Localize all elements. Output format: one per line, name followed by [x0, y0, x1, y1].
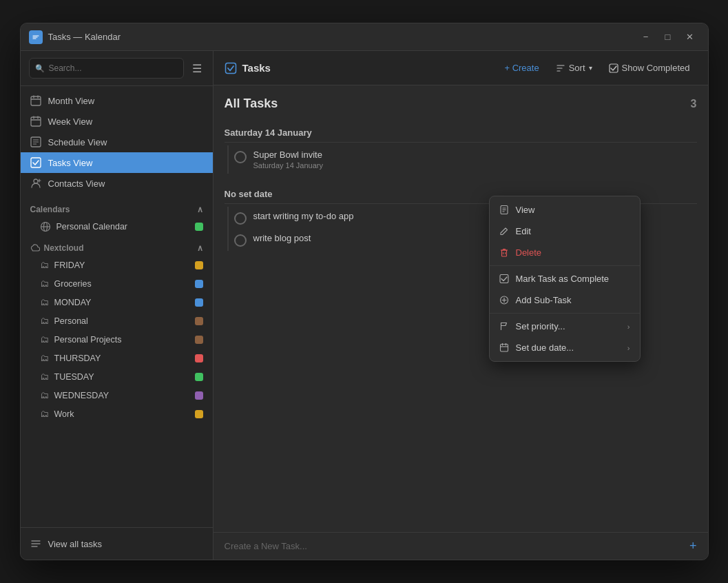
ctx-view-item[interactable]: View — [490, 199, 640, 221]
create-task-placeholder[interactable]: Create a New Task... — [225, 541, 307, 551]
app-icon — [29, 30, 43, 44]
app-window: Tasks — Kalendar − □ ✕ 🔍 ☰ — [20, 23, 709, 560]
sidebar-item-month-view[interactable]: Month View — [21, 90, 213, 111]
personal-projects-label: Personal Projects — [54, 335, 122, 345]
groceries-label: Groceries — [54, 279, 92, 289]
monday-item[interactable]: 🗂 MONDAY — [21, 293, 213, 311]
personal-label: Personal — [54, 316, 88, 326]
ctx-edit-item[interactable]: Edit — [490, 221, 640, 242]
due-date-arrow-icon: › — [627, 344, 630, 352]
add-task-button[interactable]: + — [689, 539, 697, 553]
doc-icon — [499, 205, 509, 214]
create-label: + Create — [504, 63, 539, 73]
groceries-item[interactable]: 🗂 Groceries — [21, 274, 213, 293]
ctx-set-due-date-label: Set due date... — [516, 342, 574, 353]
sidebar-item-week-view[interactable]: Week View — [21, 111, 213, 132]
folder-icon: 🗂 — [40, 316, 49, 326]
sidebar-item-schedule-view[interactable]: Schedule View — [21, 132, 213, 152]
sidebar-footer: View all tasks — [21, 527, 213, 560]
personal-item[interactable]: 🗂 Personal — [21, 311, 213, 330]
ctx-set-due-date-item[interactable]: Set due date... › — [490, 337, 640, 358]
task-content-super-bowl: Super Bowl invite Saturday 14 January — [253, 150, 697, 170]
sidebar-item-label: Schedule View — [48, 137, 107, 147]
ctx-edit-label: Edit — [516, 226, 531, 236]
wednesday-item[interactable]: 🗂 WEDNESDAY — [21, 386, 213, 405]
ctx-mark-complete-item[interactable]: Mark Task as Complete — [490, 268, 640, 289]
folder-icon: 🗂 — [40, 334, 49, 345]
window-title: Tasks — Kalendar — [48, 32, 121, 42]
work-item[interactable]: 🗂 Work — [21, 405, 213, 423]
svg-rect-5 — [31, 117, 41, 126]
wednesday-label: WEDNESDAY — [54, 391, 110, 400]
schedule-icon — [30, 136, 41, 147]
check-icon — [499, 274, 509, 283]
sidebar-item-label: Contacts View — [48, 178, 105, 189]
calendars-chevron[interactable]: ∧ — [197, 205, 203, 214]
task-title-super-bowl: Super Bowl invite — [253, 150, 697, 160]
pencil-icon — [499, 227, 509, 236]
flag-icon — [499, 322, 509, 331]
ctx-delete-item[interactable]: Delete — [490, 242, 640, 263]
folder-icon: 🗂 — [40, 371, 49, 382]
nextcloud-label: Nextcloud — [44, 243, 84, 253]
folder-icon: 🗂 — [40, 297, 49, 307]
personal-projects-item[interactable]: 🗂 Personal Projects — [21, 330, 213, 349]
calendars-section-header: Calendars ∧ — [21, 198, 213, 217]
sidebar-nav: Month View Week View — [21, 86, 213, 198]
ctx-mark-complete-label: Mark Task as Complete — [516, 274, 610, 284]
nextcloud-chevron[interactable]: ∧ — [197, 243, 203, 253]
content-area: Tasks + Create Sort ▾ — [214, 51, 708, 560]
sort-chevron-icon: ▾ — [589, 64, 592, 72]
folder-icon: 🗂 — [40, 409, 49, 419]
ctx-set-priority-item[interactable]: Set priority... › — [490, 316, 640, 337]
show-completed-button[interactable]: Show Completed — [602, 59, 697, 77]
personal-calendar-item[interactable]: Personal Calendar — [21, 217, 213, 236]
thursday-item[interactable]: 🗂 THURSDAY — [21, 349, 213, 367]
task-checkbox-writing[interactable] — [234, 212, 247, 225]
ctx-set-priority-label: Set priority... — [516, 321, 565, 331]
close-button[interactable]: ✕ — [680, 30, 700, 45]
hamburger-button[interactable]: ☰ — [189, 59, 205, 78]
task-checkbox-blog[interactable] — [234, 234, 247, 247]
list-icon — [30, 538, 41, 549]
sort-icon — [556, 63, 565, 73]
create-button[interactable]: + Create — [497, 59, 545, 77]
task-checkbox-super-bowl[interactable] — [234, 151, 247, 163]
content-header: Tasks + Create Sort ▾ — [214, 51, 708, 85]
header-actions: + Create Sort ▾ — [497, 59, 696, 77]
thursday-color — [195, 354, 203, 362]
personal-calendar-label: Personal Calendar — [56, 222, 128, 232]
thursday-label: THURSDAY — [54, 354, 101, 363]
context-menu: View Edit — [489, 196, 641, 362]
sort-button[interactable]: Sort ▾ — [549, 59, 599, 77]
task-super-bowl[interactable]: Super Bowl invite Saturday 14 January — [227, 145, 697, 174]
content-title: Tasks — [242, 62, 271, 74]
friday-item[interactable]: 🗂 FRIDAY — [21, 256, 213, 274]
ctx-delete-label: Delete — [516, 247, 542, 258]
content-footer: Create a New Task... + — [214, 532, 708, 560]
titlebar: Tasks — Kalendar − □ ✕ — [21, 23, 708, 51]
content-title-area: Tasks — [225, 62, 271, 74]
search-input[interactable] — [49, 63, 178, 73]
view-all-tasks-item[interactable]: View all tasks — [21, 533, 213, 554]
folder-icon: 🗂 — [40, 353, 49, 363]
sidebar-item-tasks-view[interactable]: Tasks View — [21, 152, 213, 173]
maximize-button[interactable]: □ — [658, 30, 678, 45]
titlebar-controls: − □ ✕ — [636, 30, 700, 45]
tasks-icon — [30, 157, 41, 168]
tuesday-item[interactable]: 🗂 TUESDAY — [21, 367, 213, 386]
minimize-button[interactable]: − — [636, 30, 656, 45]
search-box[interactable]: 🔍 — [29, 58, 184, 79]
wednesday-color — [195, 391, 203, 400]
titlebar-left: Tasks — Kalendar — [29, 30, 121, 44]
monday-color — [195, 298, 203, 307]
ctx-add-subtask-item[interactable]: Add Sub-Task — [490, 289, 640, 311]
svg-rect-13 — [31, 158, 41, 167]
sidebar-item-contacts-view[interactable]: Contacts View — [21, 173, 213, 194]
all-tasks-title: All Tasks — [225, 96, 278, 111]
show-completed-icon — [609, 63, 618, 73]
trash-icon — [499, 248, 509, 257]
sidebar-item-label: Week View — [48, 116, 93, 127]
work-color — [195, 410, 203, 418]
tuesday-color — [195, 373, 203, 381]
